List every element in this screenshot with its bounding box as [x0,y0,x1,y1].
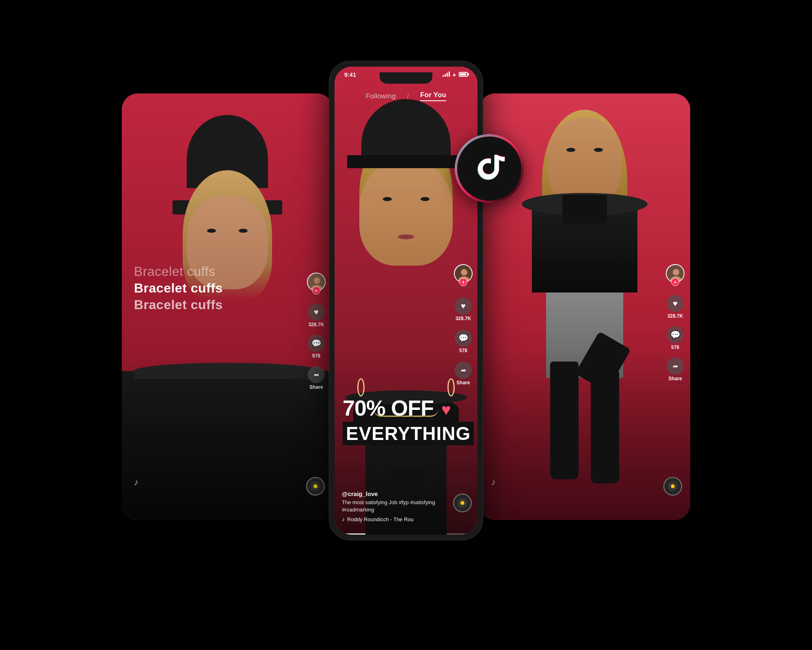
bracelet-line-3: Bracelet cuffs [134,297,223,312]
right-comment-group: 💬 578 [667,326,684,350]
center-hat [361,99,451,164]
center-music-disc [453,494,472,512]
bracelet-line-2: Bracelet cuffs [134,281,223,296]
signal-bar-1 [443,75,444,77]
nav-tabs: Following / For You [335,88,477,104]
music-track: Roddy Roundicch - The Rou [347,516,414,522]
username[interactable]: @craig_love [342,490,449,497]
signal-bar-2 [445,74,446,77]
signal-icon [443,72,450,77]
right-like-group: ♥ 328.7K [667,295,684,319]
signal-bar-4 [449,72,450,77]
center-hat-brim [347,155,465,168]
center-eye-right [421,197,430,201]
right-share-button[interactable]: ➦ [667,358,684,375]
svg-point-7 [461,269,467,275]
center-like-button[interactable]: ♥ [455,297,472,314]
center-hat-container [361,99,451,164]
status-time: 9:41 [344,72,356,78]
center-comment-group: 💬 578 [455,329,472,353]
battery-icon [459,72,468,77]
right-comment-count: 578 [671,344,679,350]
right-face [548,118,621,203]
battery-fill [460,73,466,76]
right-turtleneck [562,195,607,223]
center-comment-count: 578 [459,348,467,353]
description: The most satisfying Job #fyp #satisfying… [342,499,449,514]
center-share-group: ➦ Share [455,362,472,386]
center-lips [398,234,414,239]
center-face [359,160,453,266]
phone-shell: 9:41 ▲ [329,61,483,540]
right-like-count: 328.7K [667,313,683,319]
left-eye-right [239,229,248,233]
tiktok-logo [455,134,524,203]
center-like-count: 328.7K [456,316,471,321]
right-follow-button[interactable]: + [671,278,679,286]
music-row: ♪ Roddy Roundicch - The Rou [342,516,449,522]
left-follow-button[interactable]: + [312,286,320,295]
wifi-icon: ▲ [452,72,457,77]
center-follow-button[interactable]: + [459,278,467,286]
left-eye-left [207,229,216,233]
right-share-group: ➦ Share [667,358,684,381]
bottom-info: @craig_love The most satisfying Job #fyp… [342,490,449,522]
promo-line2: EVERYTHING [343,422,474,445]
promo-line1: 70% OFF ♥ [343,396,453,420]
right-music-disc [663,477,682,496]
svg-point-1 [314,277,320,284]
right-comment-button[interactable]: 💬 [667,326,684,343]
right-share-label: Share [668,376,682,381]
side-icons: + ♥ 328.7K 💬 578 ➦ Share [454,264,473,386]
tab-for-you[interactable]: For You [420,91,446,101]
music-note-icon: ♪ [342,516,345,522]
nav-divider: / [407,93,409,100]
center-comment-button[interactable]: 💬 [455,329,472,347]
left-music-note: ♪ [134,477,138,488]
tab-following[interactable]: Following [366,92,396,100]
center-earring-left [357,378,365,396]
left-comment-count: 578 [312,353,320,359]
center-share-label: Share [456,380,470,386]
right-music-note: ♪ [491,477,496,488]
bracelet-line-1: Bracelet cuffs [134,264,223,279]
right-eye-left [566,148,575,152]
right-like-button[interactable]: ♥ [667,295,684,312]
center-phone-wrapper: 9:41 ▲ [321,61,491,540]
right-side-icons: + ♥ 328.7K 💬 578 ➦ Share [666,264,685,381]
center-share-button[interactable]: ➦ [455,362,472,379]
svg-point-4 [673,269,679,275]
center-like-group: ♥ 328.7K [455,297,472,321]
signal-bar-3 [447,73,448,77]
left-gradient [122,349,333,520]
promo-heart: ♥ [441,401,451,418]
right-boot-left [550,362,579,479]
center-eye-left [383,197,392,201]
phone-notch [380,72,432,84]
scene: Bracelet cuffs Bracelet cuffs Bracelet c… [122,61,690,589]
promo-overlay: 70% OFF ♥ EVERYTHING [343,396,453,445]
left-card: Bracelet cuffs Bracelet cuffs Bracelet c… [122,93,333,520]
right-eye-right [594,148,603,152]
bracelet-text-group: Bracelet cuffs Bracelet cuffs Bracelet c… [134,264,223,314]
status-icons: ▲ [443,72,468,77]
